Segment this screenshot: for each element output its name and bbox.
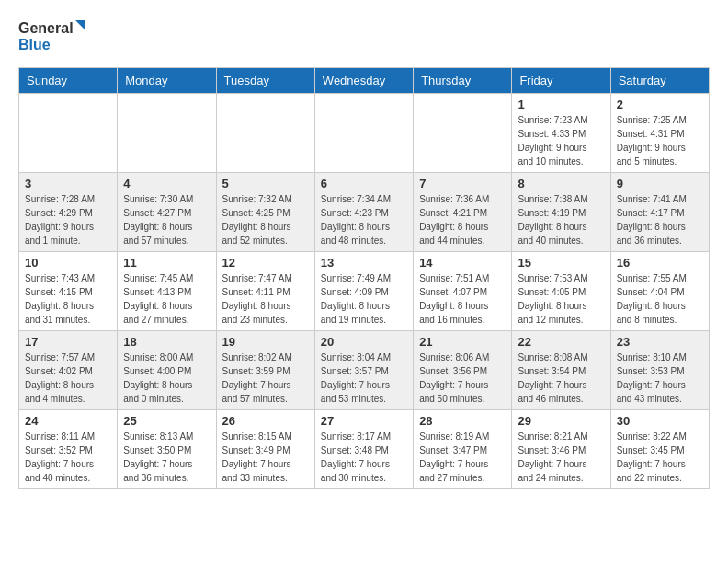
- day-number: 4: [123, 177, 210, 190]
- day-info: Sunrise: 7:36 AM Sunset: 4:21 PM Dayligh…: [419, 192, 506, 247]
- day-info: Sunrise: 7:41 AM Sunset: 4:17 PM Dayligh…: [617, 192, 703, 247]
- calendar-cell: [314, 94, 413, 173]
- calendar-cell: 9Sunrise: 7:41 AM Sunset: 4:17 PM Daylig…: [610, 173, 709, 252]
- calendar-cell: 23Sunrise: 8:10 AM Sunset: 3:53 PM Dayli…: [610, 331, 709, 410]
- day-number: 23: [617, 335, 703, 349]
- day-info: Sunrise: 8:08 AM Sunset: 3:54 PM Dayligh…: [518, 350, 604, 406]
- day-number: 7: [419, 177, 506, 190]
- day-number: 10: [25, 256, 111, 270]
- calendar-cell: 5Sunrise: 7:32 AM Sunset: 4:25 PM Daylig…: [216, 173, 314, 252]
- calendar-cell: 4Sunrise: 7:30 AM Sunset: 4:27 PM Daylig…: [118, 173, 216, 252]
- day-info: Sunrise: 8:22 AM Sunset: 3:45 PM Dayligh…: [617, 430, 703, 485]
- day-info: Sunrise: 8:15 AM Sunset: 3:49 PM Dayligh…: [222, 430, 309, 485]
- calendar-cell: [414, 94, 512, 173]
- calendar-cell: 10Sunrise: 7:43 AM Sunset: 4:15 PM Dayli…: [19, 252, 118, 331]
- day-number: 5: [222, 177, 309, 190]
- day-info: Sunrise: 7:47 AM Sunset: 4:11 PM Dayligh…: [222, 271, 309, 327]
- day-number: 15: [518, 256, 604, 270]
- calendar-cell: 11Sunrise: 7:45 AM Sunset: 4:13 PM Dayli…: [118, 252, 216, 331]
- calendar-cell: 24Sunrise: 8:11 AM Sunset: 3:52 PM Dayli…: [19, 410, 118, 489]
- calendar-cell: 13Sunrise: 7:49 AM Sunset: 4:09 PM Dayli…: [314, 252, 413, 331]
- col-header-tuesday: Tuesday: [216, 68, 314, 94]
- col-header-sunday: Sunday: [19, 68, 118, 94]
- day-info: Sunrise: 7:32 AM Sunset: 4:25 PM Dayligh…: [222, 192, 309, 247]
- day-info: Sunrise: 7:25 AM Sunset: 4:31 PM Dayligh…: [617, 113, 703, 168]
- day-number: 24: [25, 414, 111, 428]
- calendar-cell: 28Sunrise: 8:19 AM Sunset: 3:47 PM Dayli…: [414, 410, 512, 489]
- calendar-cell: 17Sunrise: 7:57 AM Sunset: 4:02 PM Dayli…: [19, 331, 118, 410]
- day-number: 14: [419, 256, 506, 270]
- calendar-cell: 2Sunrise: 7:25 AM Sunset: 4:31 PM Daylig…: [610, 94, 709, 173]
- day-number: 25: [123, 414, 210, 428]
- day-info: Sunrise: 7:43 AM Sunset: 4:15 PM Dayligh…: [25, 271, 111, 327]
- calendar-cell: 1Sunrise: 7:23 AM Sunset: 4:33 PM Daylig…: [512, 94, 610, 173]
- day-number: 8: [518, 177, 604, 190]
- calendar-cell: [216, 94, 314, 173]
- day-number: 13: [321, 256, 407, 270]
- day-info: Sunrise: 8:19 AM Sunset: 3:47 PM Dayligh…: [419, 430, 506, 485]
- day-info: Sunrise: 7:49 AM Sunset: 4:09 PM Dayligh…: [321, 271, 407, 327]
- day-number: 1: [518, 98, 604, 111]
- calendar-cell: 8Sunrise: 7:38 AM Sunset: 4:19 PM Daylig…: [512, 173, 610, 252]
- day-number: 18: [123, 335, 210, 349]
- day-number: 6: [321, 177, 407, 190]
- day-number: 26: [222, 414, 309, 428]
- day-number: 12: [222, 256, 309, 270]
- svg-text:Blue: Blue: [18, 37, 51, 52]
- col-header-thursday: Thursday: [414, 68, 512, 94]
- calendar: SundayMondayTuesdayWednesdayThursdayFrid…: [18, 67, 710, 489]
- day-info: Sunrise: 7:51 AM Sunset: 4:07 PM Dayligh…: [419, 271, 506, 327]
- day-number: 2: [617, 98, 703, 111]
- calendar-cell: [19, 94, 118, 173]
- day-info: Sunrise: 7:53 AM Sunset: 4:05 PM Dayligh…: [518, 271, 604, 327]
- day-info: Sunrise: 7:34 AM Sunset: 4:23 PM Dayligh…: [321, 192, 407, 247]
- day-number: 19: [222, 335, 309, 349]
- calendar-cell: 16Sunrise: 7:55 AM Sunset: 4:04 PM Dayli…: [610, 252, 709, 331]
- day-number: 20: [321, 335, 407, 349]
- col-header-friday: Friday: [512, 68, 610, 94]
- day-number: 22: [518, 335, 604, 349]
- day-info: Sunrise: 8:21 AM Sunset: 3:46 PM Dayligh…: [518, 430, 604, 485]
- day-number: 16: [617, 256, 703, 270]
- day-number: 27: [321, 414, 407, 428]
- svg-marker-2: [75, 20, 85, 29]
- day-info: Sunrise: 8:00 AM Sunset: 4:00 PM Dayligh…: [123, 350, 210, 406]
- day-info: Sunrise: 8:17 AM Sunset: 3:48 PM Dayligh…: [321, 430, 407, 485]
- day-info: Sunrise: 8:13 AM Sunset: 3:50 PM Dayligh…: [123, 430, 210, 485]
- day-info: Sunrise: 7:45 AM Sunset: 4:13 PM Dayligh…: [123, 271, 210, 327]
- day-number: 28: [419, 414, 506, 428]
- calendar-cell: 14Sunrise: 7:51 AM Sunset: 4:07 PM Dayli…: [414, 252, 512, 331]
- col-header-saturday: Saturday: [610, 68, 709, 94]
- calendar-cell: 3Sunrise: 7:28 AM Sunset: 4:29 PM Daylig…: [19, 173, 118, 252]
- day-info: Sunrise: 7:23 AM Sunset: 4:33 PM Dayligh…: [518, 113, 604, 168]
- day-number: 17: [25, 335, 111, 349]
- day-info: Sunrise: 8:02 AM Sunset: 3:59 PM Dayligh…: [222, 350, 309, 406]
- day-number: 30: [617, 414, 703, 428]
- calendar-cell: 15Sunrise: 7:53 AM Sunset: 4:05 PM Dayli…: [512, 252, 610, 331]
- calendar-cell: 6Sunrise: 7:34 AM Sunset: 4:23 PM Daylig…: [314, 173, 413, 252]
- day-number: 29: [518, 414, 604, 428]
- col-header-monday: Monday: [118, 68, 216, 94]
- calendar-cell: 29Sunrise: 8:21 AM Sunset: 3:46 PM Dayli…: [512, 410, 610, 489]
- calendar-cell: 20Sunrise: 8:04 AM Sunset: 3:57 PM Dayli…: [314, 331, 413, 410]
- calendar-cell: 7Sunrise: 7:36 AM Sunset: 4:21 PM Daylig…: [414, 173, 512, 252]
- day-info: Sunrise: 7:38 AM Sunset: 4:19 PM Dayligh…: [518, 192, 604, 247]
- calendar-cell: 19Sunrise: 8:02 AM Sunset: 3:59 PM Dayli…: [216, 331, 314, 410]
- calendar-cell: 27Sunrise: 8:17 AM Sunset: 3:48 PM Dayli…: [314, 410, 413, 489]
- day-info: Sunrise: 8:06 AM Sunset: 3:56 PM Dayligh…: [419, 350, 506, 406]
- day-number: 3: [25, 177, 111, 190]
- day-info: Sunrise: 7:57 AM Sunset: 4:02 PM Dayligh…: [25, 350, 111, 406]
- svg-text:General: General: [18, 20, 74, 36]
- logo: General Blue: [18, 15, 92, 56]
- day-info: Sunrise: 7:28 AM Sunset: 4:29 PM Dayligh…: [25, 192, 111, 247]
- calendar-cell: 26Sunrise: 8:15 AM Sunset: 3:49 PM Dayli…: [216, 410, 314, 489]
- calendar-cell: 22Sunrise: 8:08 AM Sunset: 3:54 PM Dayli…: [512, 331, 610, 410]
- calendar-cell: [118, 94, 216, 173]
- day-info: Sunrise: 7:55 AM Sunset: 4:04 PM Dayligh…: [617, 271, 703, 327]
- day-info: Sunrise: 8:10 AM Sunset: 3:53 PM Dayligh…: [617, 350, 703, 406]
- calendar-cell: 30Sunrise: 8:22 AM Sunset: 3:45 PM Dayli…: [610, 410, 709, 489]
- day-info: Sunrise: 8:11 AM Sunset: 3:52 PM Dayligh…: [25, 430, 111, 485]
- calendar-cell: 21Sunrise: 8:06 AM Sunset: 3:56 PM Dayli…: [414, 331, 512, 410]
- day-info: Sunrise: 7:30 AM Sunset: 4:27 PM Dayligh…: [123, 192, 210, 247]
- day-info: Sunrise: 8:04 AM Sunset: 3:57 PM Dayligh…: [321, 350, 407, 406]
